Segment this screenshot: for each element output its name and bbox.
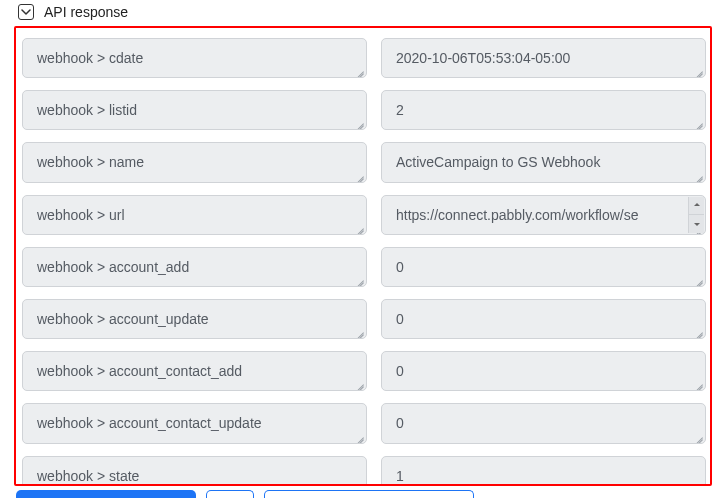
resize-handle-icon bbox=[354, 431, 364, 441]
response-value-cell[interactable]: 0 bbox=[381, 403, 706, 443]
resize-handle-icon bbox=[354, 117, 364, 127]
response-key-cell[interactable]: webhook > state bbox=[22, 456, 367, 487]
response-key-text: webhook > account_update bbox=[37, 311, 209, 327]
response-value-cell[interactable]: https://connect.pabbly.com/workflow/se bbox=[381, 195, 706, 235]
response-value-text: 1 bbox=[396, 468, 404, 484]
resize-handle-icon bbox=[354, 483, 364, 486]
response-key-cell[interactable]: webhook > name bbox=[22, 142, 367, 182]
response-row: webhook > url https://connect.pabbly.com… bbox=[20, 189, 708, 241]
response-value-text: 2020-10-06T05:53:04-05:00 bbox=[396, 50, 570, 66]
resize-handle-icon bbox=[354, 274, 364, 284]
response-value-text: https://connect.pabbly.com/workflow/se bbox=[396, 207, 639, 223]
section-header: API response bbox=[0, 0, 726, 24]
response-row: webhook > account_contact_add 0 bbox=[20, 345, 708, 397]
caret-up-icon bbox=[693, 201, 701, 209]
response-row: webhook > name ActiveCampaign to GS Webh… bbox=[20, 136, 708, 188]
resize-handle-icon bbox=[354, 222, 364, 232]
chevron-down-icon bbox=[21, 7, 31, 17]
response-value-text: 0 bbox=[396, 259, 404, 275]
response-key-text: webhook > account_add bbox=[37, 259, 189, 275]
resize-handle-icon bbox=[354, 65, 364, 75]
resize-handle-icon bbox=[693, 274, 703, 284]
resize-handle-icon bbox=[693, 170, 703, 180]
response-value-cell[interactable]: 1 bbox=[381, 456, 706, 487]
response-row: webhook > account_add 0 bbox=[20, 241, 708, 293]
response-key-cell[interactable]: webhook > account_update bbox=[22, 299, 367, 339]
response-key-cell[interactable]: webhook > url bbox=[22, 195, 367, 235]
response-row: webhook > account_contact_update 0 bbox=[20, 397, 708, 449]
response-key-cell[interactable]: webhook > account_contact_add bbox=[22, 351, 367, 391]
resize-handle-icon bbox=[354, 170, 364, 180]
resize-handle-icon bbox=[693, 378, 703, 388]
response-row: webhook > state 1 bbox=[20, 450, 708, 487]
response-key-text: webhook > url bbox=[37, 207, 125, 223]
resize-handle-icon bbox=[693, 483, 703, 486]
response-key-text: webhook > listid bbox=[37, 102, 137, 118]
response-key-text: webhook > name bbox=[37, 154, 144, 170]
response-value-text: ActiveCampaign to GS Webhook bbox=[396, 154, 600, 170]
action-bar bbox=[16, 490, 474, 498]
response-panel[interactable]: webhook > cdate 2020-10-06T05:53:04-05:0… bbox=[14, 26, 712, 486]
response-rows: webhook > cdate 2020-10-06T05:53:04-05:0… bbox=[16, 28, 710, 486]
response-key-cell[interactable]: webhook > listid bbox=[22, 90, 367, 130]
response-value-text: 0 bbox=[396, 311, 404, 327]
resize-handle-icon bbox=[693, 65, 703, 75]
response-key-text: webhook > state bbox=[37, 468, 139, 484]
caret-down-icon bbox=[693, 220, 701, 228]
response-value-cell[interactable]: ActiveCampaign to GS Webhook bbox=[381, 142, 706, 182]
response-value-cell[interactable]: 0 bbox=[381, 299, 706, 339]
section-title: API response bbox=[44, 4, 128, 20]
response-row: webhook > listid 2 bbox=[20, 84, 708, 136]
response-value-cell[interactable]: 0 bbox=[381, 351, 706, 391]
number-spinner bbox=[688, 197, 704, 233]
response-value-text: 0 bbox=[396, 363, 404, 379]
response-value-cell[interactable]: 2 bbox=[381, 90, 706, 130]
response-key-text: webhook > account_contact_update bbox=[37, 415, 262, 431]
resize-handle-icon bbox=[693, 326, 703, 336]
response-key-cell[interactable]: webhook > account_add bbox=[22, 247, 367, 287]
response-key-text: webhook > cdate bbox=[37, 50, 143, 66]
secondary-button-2[interactable] bbox=[264, 490, 474, 498]
secondary-button-1[interactable] bbox=[206, 490, 254, 498]
primary-button[interactable] bbox=[16, 490, 196, 498]
collapse-toggle[interactable] bbox=[18, 4, 34, 20]
response-row: webhook > cdate 2020-10-06T05:53:04-05:0… bbox=[20, 32, 708, 84]
response-value-text: 0 bbox=[396, 415, 404, 431]
response-key-cell[interactable]: webhook > cdate bbox=[22, 38, 367, 78]
response-key-cell[interactable]: webhook > account_contact_update bbox=[22, 403, 367, 443]
response-value-text: 2 bbox=[396, 102, 404, 118]
response-value-cell[interactable]: 0 bbox=[381, 247, 706, 287]
resize-handle-icon bbox=[693, 431, 703, 441]
spinner-up-button[interactable] bbox=[689, 197, 704, 215]
response-key-text: webhook > account_contact_add bbox=[37, 363, 242, 379]
response-row: webhook > account_update 0 bbox=[20, 293, 708, 345]
resize-handle-icon bbox=[693, 117, 703, 127]
spinner-down-button[interactable] bbox=[689, 214, 704, 233]
response-value-cell[interactable]: 2020-10-06T05:53:04-05:00 bbox=[381, 38, 706, 78]
resize-handle-icon bbox=[354, 326, 364, 336]
resize-handle-icon bbox=[354, 378, 364, 388]
